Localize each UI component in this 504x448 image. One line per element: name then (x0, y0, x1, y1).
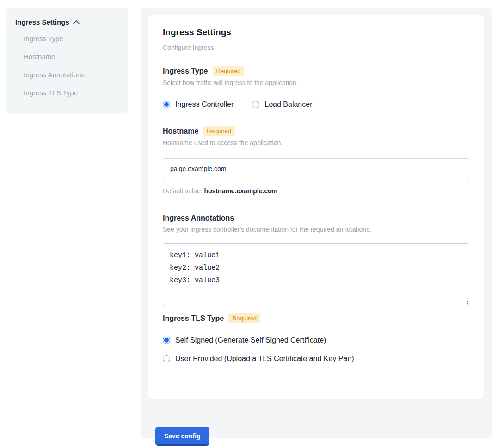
hostname-default-line: Default value: hostname.example.com (163, 187, 469, 195)
page-title: Ingress Settings (163, 27, 469, 37)
section-ingress-annotations: Ingress Annotations See your ingress con… (163, 214, 469, 307)
radio-button-icon[interactable] (163, 101, 170, 108)
ingress-annotations-help: See your ingress controller's documentat… (163, 226, 469, 233)
required-badge: Required (228, 313, 260, 323)
radio-label: Load Balancer (264, 100, 312, 109)
hostname-label: Hostname (163, 127, 198, 135)
sidebar-header-ingress-settings[interactable]: Ingress Settings (15, 18, 119, 26)
radio-load-balancer[interactable]: Load Balancer (252, 100, 312, 109)
required-badge: Required (203, 126, 235, 136)
required-badge: Required (213, 66, 245, 76)
radio-label: Self Signed (Generate Self Signed Certif… (175, 336, 326, 344)
radio-label: Ingress Controller (175, 100, 234, 109)
radio-button-icon[interactable] (163, 355, 170, 362)
radio-label: User Provided (Upload a TLS Certificate … (175, 355, 354, 363)
ingress-settings-card: Ingress Settings Configure Ingress Ingre… (148, 15, 484, 399)
default-value-prefix: Default value: (163, 187, 204, 195)
page: Ingress Settings Ingress Type Hostname I… (0, 0, 504, 448)
radio-button-icon[interactable] (252, 101, 259, 108)
default-value-text: hostname.example.com (204, 187, 278, 195)
section-hostname: Hostname Required Hostname used to acces… (163, 126, 469, 195)
sidebar-item-ingress-type[interactable]: Ingress Type (15, 30, 119, 48)
main-panel: Ingress Settings Configure Ingress Ingre… (141, 8, 492, 438)
ingress-type-help: Select how traffic will ingress to the a… (163, 79, 469, 86)
sidebar-header-label: Ingress Settings (15, 18, 69, 26)
save-config-button[interactable]: Save config (155, 427, 209, 446)
ingress-annotations-textarea[interactable] (163, 243, 469, 305)
hostname-input[interactable] (163, 158, 469, 179)
radio-button-icon[interactable] (163, 337, 170, 344)
sidebar: Ingress Settings Ingress Type Hostname I… (6, 8, 128, 114)
section-ingress-tls-type: Ingress TLS Type Required Self Signed (G… (163, 313, 469, 363)
radio-user-provided[interactable]: User Provided (Upload a TLS Certificate … (163, 355, 469, 363)
ingress-tls-type-label: Ingress TLS Type (163, 314, 224, 323)
chevron-up-icon (73, 20, 80, 24)
ingress-annotations-label: Ingress Annotations (163, 214, 234, 222)
sidebar-item-ingress-annotations[interactable]: Ingress Annotations (15, 66, 119, 84)
radio-ingress-controller[interactable]: Ingress Controller (163, 100, 234, 109)
hostname-help: Hostname used to access the application. (163, 139, 469, 147)
sidebar-item-hostname[interactable]: Hostname (15, 48, 119, 66)
sidebar-item-ingress-tls-type[interactable]: Ingress TLS Type (15, 84, 119, 102)
section-ingress-type: Ingress Type Required Select how traffic… (163, 66, 469, 109)
radio-self-signed[interactable]: Self Signed (Generate Self Signed Certif… (163, 336, 469, 344)
page-subtitle: Configure Ingress (163, 44, 469, 51)
ingress-type-label: Ingress Type (163, 67, 208, 75)
